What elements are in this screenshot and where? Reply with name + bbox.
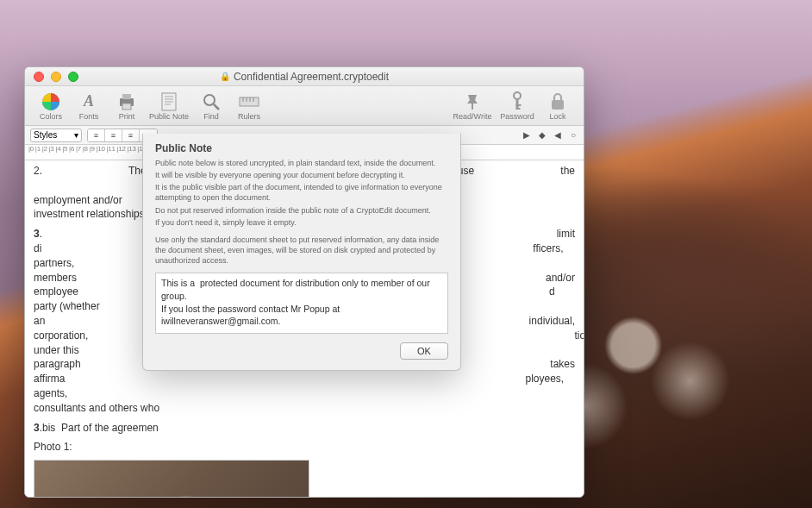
svg-rect-2 [122, 94, 131, 99]
lock-label: Lock [549, 112, 565, 121]
search-icon [202, 91, 221, 112]
toolbar: Colors A Fonts Print Public Note Find [25, 86, 584, 126]
print-label: Print [119, 112, 135, 121]
printer-icon [117, 91, 136, 112]
tab-marker-center-icon[interactable]: ○ [568, 130, 578, 140]
sheet-title: Public Note [155, 142, 448, 154]
doc-para-3bis: 3.bis Part of the agreemen3.bis Part of … [34, 421, 575, 436]
tab-marker-left-icon[interactable]: ◀ [553, 130, 563, 140]
fonts-icon: A [84, 91, 94, 112]
close-window-button[interactable] [34, 72, 44, 82]
tab-marker-decimal-icon[interactable]: ◆ [537, 130, 547, 140]
ruler-icon [239, 91, 259, 112]
zoom-window-button[interactable] [68, 72, 78, 82]
align-center-button[interactable]: ≡ [105, 129, 122, 141]
ok-button[interactable]: OK [400, 342, 448, 360]
key-icon [510, 91, 524, 112]
svg-rect-21 [552, 100, 564, 110]
svg-line-10 [214, 104, 219, 110]
rulers-button[interactable]: Rulers [230, 87, 268, 125]
sheet-info-3: It is the public visible part of the doc… [155, 182, 448, 203]
public-note-textarea[interactable] [155, 273, 448, 334]
public-note-label: Public Note [149, 112, 189, 121]
fonts-label: Fonts [79, 112, 99, 121]
svg-rect-19 [516, 104, 522, 106]
window-titlebar[interactable]: 🔒 Confidential Agreement.cryptoedit [25, 67, 584, 86]
sheet-info-2: It will be visible by everyone opening y… [155, 170, 448, 180]
find-label: Find [203, 112, 219, 121]
svg-point-9 [204, 95, 215, 105]
doc-photo-label: Photo 1: [34, 440, 575, 455]
padlock-icon [549, 91, 566, 112]
window-title: 🔒 Confidential Agreement.cryptoedit [25, 71, 584, 83]
sheet-info-1: Public note below is stored uncrypted, i… [155, 158, 448, 168]
svg-rect-20 [516, 108, 521, 110]
fonts-button[interactable]: A Fonts [70, 87, 108, 125]
colors-button[interactable]: Colors [32, 87, 70, 125]
lock-button[interactable]: Lock [539, 87, 577, 125]
traffic-lights [25, 72, 78, 82]
chevron-down-icon: ▾ [74, 130, 78, 140]
public-note-sheet: Public Note Public note below is stored … [142, 134, 461, 371]
styles-dropdown[interactable]: Styles ▾ [30, 129, 82, 142]
pushpin-icon [463, 91, 482, 112]
align-right-button[interactable]: ≡ [122, 129, 140, 141]
rulers-label: Rulers [238, 112, 260, 121]
readwrite-label: Read/Write [453, 112, 492, 121]
svg-rect-11 [240, 97, 259, 106]
svg-rect-3 [122, 103, 131, 110]
svg-point-17 [514, 92, 521, 99]
embedded-photo [34, 460, 309, 497]
minimize-window-button[interactable] [51, 72, 61, 82]
sheet-footer: OK [155, 342, 448, 360]
color-wheel-icon [41, 91, 60, 112]
readwrite-button[interactable]: Read/Write [449, 87, 496, 125]
print-button[interactable]: Print [108, 87, 146, 125]
lock-icon: 🔒 [220, 72, 230, 81]
sheet-info-4: Do not put reserved information inside t… [155, 205, 448, 216]
note-icon [160, 91, 178, 112]
password-button[interactable]: Password [496, 87, 539, 125]
colors-label: Colors [40, 112, 62, 121]
password-label: Password [500, 112, 534, 121]
sheet-info-6: Use only the standard document sheet to … [155, 235, 448, 266]
styles-dropdown-label: Styles [34, 130, 57, 140]
tab-marker-right-icon[interactable]: ▶ [522, 130, 532, 140]
window-title-text: Confidential Agreement.cryptoedit [234, 71, 389, 83]
align-left-button[interactable]: ≡ [88, 129, 105, 141]
find-button[interactable]: Find [192, 87, 230, 125]
public-note-button[interactable]: Public Note [146, 87, 192, 125]
sheet-info-5: If you don't need it, simply leave it em… [155, 217, 448, 228]
